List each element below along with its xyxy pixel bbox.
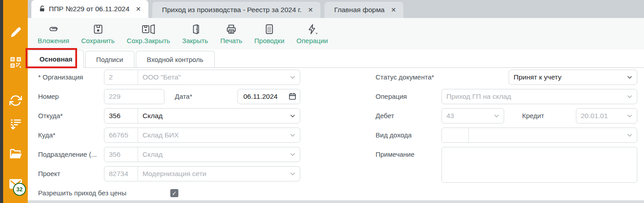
project-code: 82734 <box>104 167 138 181</box>
bottom-edge <box>28 200 644 203</box>
debit-label: Дебет <box>376 108 394 124</box>
operation-select: Приход ГП на склад <box>441 89 637 104</box>
export-list-icon[interactable] <box>9 118 22 130</box>
subtab-main[interactable]: Основная <box>28 50 84 68</box>
credit-label: Кредит <box>522 108 544 124</box>
calculator-icon <box>264 23 275 35</box>
operation-label: Операция <box>376 89 407 104</box>
form-subtabs: Основная Подписи Входной контроль <box>28 49 644 68</box>
division-select: 356 Склад <box>104 147 300 162</box>
allow-no-price-checkbox[interactable]: ✓ <box>170 189 178 197</box>
door-icon <box>190 23 201 35</box>
allow-no-price-label: Разрешить приход без цены <box>38 185 126 201</box>
sync-icon[interactable] <box>9 94 22 107</box>
window-tabbar: ППР №229 от 06.11.2024 ✕ Приход из произ… <box>28 0 644 18</box>
to-select: 66765 Склад БИХ <box>104 128 300 143</box>
chevron-down-icon <box>622 89 637 104</box>
paperclip-icon <box>48 23 60 35</box>
qr-code-icon[interactable] <box>9 56 22 69</box>
project-value: Модернизация сети <box>138 167 285 181</box>
organization-value: ООО "Бета" <box>138 70 285 84</box>
save-button[interactable]: Сохранить <box>81 23 115 44</box>
edit-icon[interactable] <box>9 26 22 39</box>
printer-icon <box>225 23 237 35</box>
status-value[interactable]: Принят к учету <box>509 70 622 84</box>
tab-title: Приход из производства - Реестр за 2024 … <box>162 6 302 14</box>
calendar-icon[interactable] <box>288 92 297 101</box>
from-label: Откуда* <box>38 108 63 124</box>
chevron-down-icon <box>285 128 300 142</box>
chevron-down-icon[interactable] <box>285 109 300 123</box>
operation-value: Приход ГП на склад <box>442 89 622 104</box>
mail-badge: 32 <box>13 183 26 196</box>
tab-registry[interactable]: Приход из производства - Реестр за 2024 … <box>152 2 320 18</box>
chevron-down-icon[interactable] <box>622 70 637 84</box>
income-type-label: Вид дохода <box>376 128 412 143</box>
to-value: Склад БИХ <box>138 128 285 142</box>
close-icon[interactable]: ✕ <box>391 6 396 13</box>
status-select[interactable]: Принят к учету <box>509 70 637 85</box>
postings-button[interactable]: Проводки <box>255 23 285 44</box>
organization-select: 2 ООО "Бета" <box>104 70 300 85</box>
debit-select: 43 <box>441 108 504 124</box>
check-icon: ✓ <box>172 190 177 197</box>
status-label: Статус документа* <box>376 70 434 85</box>
operations-button[interactable]: Операции <box>297 23 328 44</box>
tab-title: Главная форма <box>334 6 385 14</box>
project-label: Проект <box>38 166 60 181</box>
close-document-button[interactable]: Закрыть <box>182 23 208 44</box>
chevron-down-icon[interactable] <box>622 128 637 142</box>
save-close-button[interactable]: Сохр.Закрыть <box>127 23 170 44</box>
chevron-down-icon <box>285 147 300 162</box>
tab-title: ППР №229 от 06.11.2024 <box>49 5 130 13</box>
to-label: Куда* <box>38 128 56 143</box>
division-code: 356 <box>104 147 138 162</box>
number-input <box>104 89 164 104</box>
print-button[interactable]: Печать <box>220 23 242 44</box>
credit-value: 20.01.01 <box>576 109 622 123</box>
chevron-down-icon <box>622 109 637 123</box>
division-value: Склад <box>138 147 285 162</box>
from-select[interactable]: 356 Склад <box>104 108 300 124</box>
organization-code: 2 <box>104 70 138 84</box>
income-type-value[interactable] <box>469 128 622 142</box>
to-code: 66765 <box>104 128 138 142</box>
chevron-down-icon <box>489 109 504 123</box>
number-label: Номер <box>38 89 59 104</box>
chevron-down-icon <box>285 70 300 84</box>
tab-document[interactable]: ППР №229 от 06.11.2024 ✕ <box>31 0 148 18</box>
lightning-icon <box>306 23 319 35</box>
chevron-down-icon <box>285 167 300 181</box>
project-select: 82734 Модернизация сети <box>104 166 300 181</box>
income-type-code[interactable] <box>442 128 469 142</box>
subtab-incoming-control[interactable]: Входной контроль <box>136 51 215 67</box>
app-sidebar <box>0 0 28 203</box>
from-value[interactable]: Склад <box>138 109 285 123</box>
folder-icon[interactable] <box>9 147 22 161</box>
save-close-icon <box>141 23 156 35</box>
document-toolbar: Вложения Сохранить Сохр.Закрыть <box>28 18 644 49</box>
close-icon[interactable]: ✕ <box>136 5 141 13</box>
date-label: Дата* <box>175 89 192 104</box>
note-textarea[interactable] <box>441 147 637 183</box>
note-label: Примечание <box>376 147 415 162</box>
income-type-select[interactable] <box>441 128 637 143</box>
subtab-signatures[interactable]: Подписи <box>85 51 134 67</box>
from-code[interactable]: 356 <box>104 109 138 123</box>
date-field[interactable] <box>238 89 300 104</box>
unlock-icon <box>39 5 46 13</box>
floppy-icon <box>92 23 104 35</box>
division-label: Подразделение (... <box>38 147 97 162</box>
debit-value: 43 <box>442 109 489 123</box>
credit-select: 20.01.01 <box>576 108 637 124</box>
attachments-button[interactable]: Вложения <box>38 23 69 44</box>
tab-main-form[interactable]: Главная форма ✕ <box>324 2 403 18</box>
organization-label: * Организация <box>38 70 83 85</box>
close-icon[interactable]: ✕ <box>308 6 313 13</box>
